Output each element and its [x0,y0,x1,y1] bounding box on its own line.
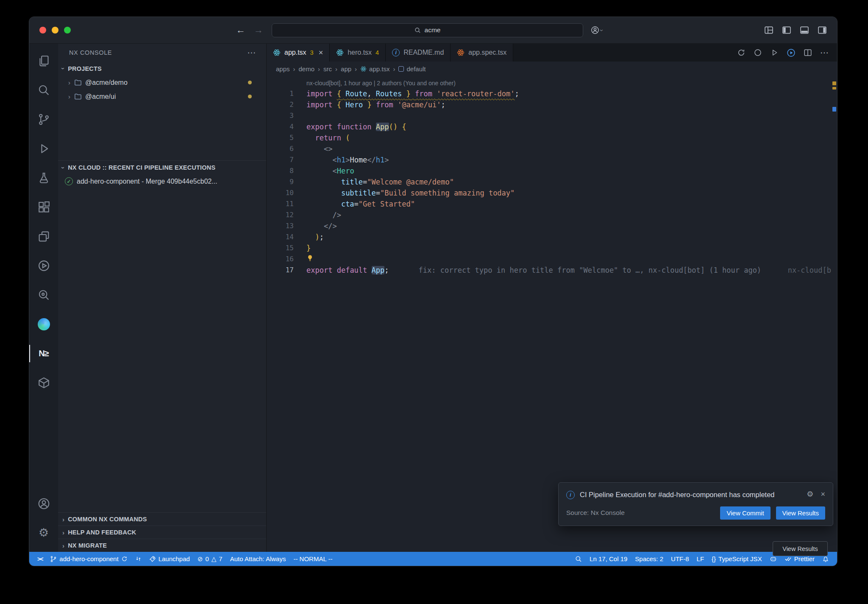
breadcrumb-label: app [341,65,351,73]
launchpad-item[interactable]: Launchpad [145,552,194,566]
activity-accounts[interactable] [29,489,58,518]
zoom-item[interactable] [571,556,586,562]
activity-extensions[interactable] [29,193,58,222]
cursor-position-item[interactable]: Ln 17, Col 19 [586,555,631,562]
breadcrumb-item[interactable]: app [341,65,351,73]
vim-mode-item[interactable]: -- NORMAL -- [289,552,336,566]
toggle-changes-icon[interactable] [737,48,746,57]
toggle-panel-icon[interactable] [800,25,809,35]
language-mode-item[interactable]: {} TypeScript JSX [708,555,766,562]
close-tab-icon[interactable]: × [319,48,323,57]
goto-symbol-icon[interactable] [754,48,762,57]
activity-remote-explorer[interactable] [29,222,58,251]
nx-run-icon[interactable] [787,48,796,57]
activity-explorer[interactable] [29,46,58,76]
section-projects[interactable]: › PROJECTS [58,62,266,76]
navigate-forward-icon[interactable]: → [250,25,267,36]
split-editor-icon[interactable] [804,48,812,57]
code-line[interactable]: 8 <Hero [267,165,837,176]
activity-edge-tools[interactable] [29,310,58,339]
overview-ruler[interactable] [832,76,836,552]
toggle-secondary-sidebar-icon[interactable] [818,25,827,35]
tab-app-tsx[interactable]: app.tsx 3 × [267,44,330,62]
code-line[interactable]: 17export default App;fix: correct typo i… [267,265,837,276]
activity-code-search[interactable] [29,280,58,310]
problems-indicator[interactable]: ⊘ 0 △ 7 [194,552,226,566]
code-line[interactable]: 6 <> [267,143,837,154]
code-line[interactable]: 9 title="Welcome @acme/demo" [267,176,837,187]
minimize-window-button[interactable] [52,27,58,34]
activity-source-control[interactable] [29,105,58,134]
code-line[interactable]: 16 [267,254,837,265]
code-line[interactable]: 5 return ( [267,132,837,143]
code-token: from [376,101,393,109]
activity-run-debug[interactable] [29,134,58,163]
activity-run-circle[interactable] [29,251,58,280]
code-editor[interactable]: nx-cloud[bot], 1 hour ago | 2 authors (Y… [267,76,837,552]
copilot-item[interactable] [766,555,781,562]
navigate-back-icon[interactable]: ← [232,25,250,36]
code-line[interactable]: 7 <h1>Home</h1> [267,154,837,165]
view-results-button[interactable]: View Results [776,506,825,520]
activity-settings[interactable]: ⚙ [29,518,58,548]
profile-button[interactable]: › [591,26,603,34]
auto-attach-item[interactable]: Auto Attach: Always [226,552,290,566]
more-actions-icon[interactable]: ⋯ [820,48,829,58]
breadcrumb-item[interactable]: apps [276,65,290,73]
activity-nx-console[interactable]: N≥ [29,339,58,368]
close-window-button[interactable] [39,27,46,34]
activity-search[interactable] [29,76,58,105]
pipeline-execution-item[interactable]: ✓ add-hero-component - Merge 409b44e5cb0… [58,174,266,188]
view-commit-button[interactable]: View Commit [720,506,770,520]
section-help-feedback[interactable]: › HELP AND FEEDBACK [58,526,266,539]
toggle-primary-sidebar-icon[interactable] [782,25,791,35]
code-line[interactable]: 13 </> [267,221,837,232]
editor-group: app.tsx 3 × hero.tsx 4 i README.md app.s… [267,44,837,552]
command-center-search[interactable]: acme [272,23,583,37]
zoom-window-button[interactable] [64,27,71,34]
code-line[interactable]: 10 subtitle="Build something amazing tod… [267,187,837,199]
formatter-item[interactable]: Prettier [781,555,818,562]
notification-settings-icon[interactable]: ⚙ [807,489,813,499]
eol-item[interactable]: LF [693,555,708,562]
more-actions-icon[interactable]: ⋯ [243,48,260,58]
line-number: 3 [267,110,294,121]
project-acme-ui[interactable]: › @acme/ui [58,89,266,103]
code-line[interactable]: 3 [267,110,837,121]
run-file-icon[interactable] [770,48,779,57]
notifications-item[interactable] [818,556,833,562]
code-line[interactable]: 15} [267,243,837,254]
code-line[interactable]: 11 cta="Get Started" [267,199,837,210]
breadcrumb-item-symbol[interactable]: default [398,65,426,73]
notification-close-icon[interactable]: × [821,490,825,499]
project-acme-demo[interactable]: › @acme/demo [58,76,266,89]
compare-changes-item[interactable] [131,552,145,566]
activity-package-explorer[interactable] [29,368,58,397]
code-line[interactable]: 2import { Hero } from '@acme/ui'; [267,99,837,110]
tab-hero-tsx[interactable]: hero.tsx 4 [330,44,386,62]
section-nx-migrate[interactable]: › NX MIGRATE [58,539,266,552]
branch-indicator[interactable]: add-hero-component [46,552,131,566]
breadcrumb-item-file[interactable]: app.tsx [360,65,389,73]
line-number: 17 [267,265,294,276]
line-number: 10 [267,187,294,199]
breadcrumb-item[interactable]: src [323,65,332,73]
indentation-item[interactable]: Spaces: 2 [631,555,667,562]
activity-testing[interactable] [29,163,58,193]
line-number: 14 [267,232,294,243]
remote-indicator[interactable]: >< [33,552,46,566]
codelens-authors[interactable]: nx-cloud[bot], 1 hour ago | 2 authors (Y… [267,78,837,88]
line-number: 16 [267,254,294,265]
tab-readme-md[interactable]: i README.md [386,44,451,62]
code-line[interactable]: 12 /> [267,210,837,221]
customize-layout-icon[interactable] [764,25,773,35]
code-line[interactable]: 4export function App() { [267,121,837,132]
code-line[interactable]: 14 ); [267,232,837,243]
breadcrumb-item[interactable]: demo [299,65,315,73]
code-line[interactable]: 1import { Route, Routes } from 'react-ro… [267,88,837,99]
section-common-nx-commands[interactable]: › COMMON NX COMMANDS [58,512,266,526]
lightbulb-icon[interactable] [306,254,316,262]
encoding-item[interactable]: UTF-8 [667,555,693,562]
section-nx-cloud[interactable]: › NX CLOUD :: RECENT CI PIPELINE EXECUTI… [58,160,266,174]
tab-app-spec-tsx[interactable]: app.spec.tsx [451,44,513,62]
